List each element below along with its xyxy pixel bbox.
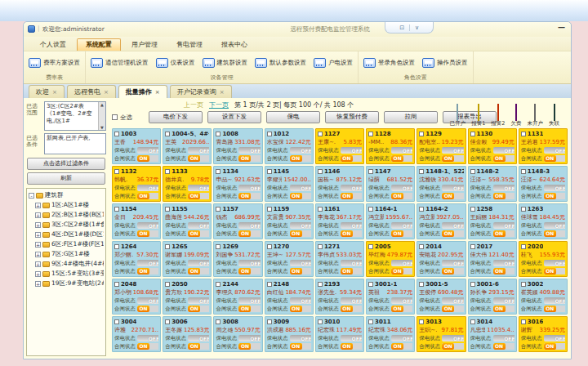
card-checkbox[interactable]: [470, 207, 475, 212]
select-all-checkbox[interactable]: [112, 114, 118, 120]
switch-toggle[interactable]: ON: [137, 230, 158, 237]
document-tab[interactable]: 欢迎×: [29, 85, 65, 99]
meter-card[interactable]: 1265谢军娜199.09元保电状态OFF合闸状态ON: [163, 241, 212, 277]
protect-toggle[interactable]: OFF: [442, 335, 463, 341]
protect-toggle[interactable]: OFF: [290, 335, 311, 341]
protect-toggle[interactable]: OFF: [238, 185, 260, 191]
switch-toggle[interactable]: ON: [391, 306, 412, 312]
protect-toggle[interactable]: OFF: [188, 260, 209, 266]
action-button[interactable]: 保电: [266, 111, 320, 123]
protect-toggle[interactable]: OFF: [290, 185, 311, 191]
meter-card[interactable]: 1264郑少丽.57.30元保电状态OFF合闸状态ON: [112, 241, 161, 277]
ribbon-button[interactable]: 登录角色设置: [363, 58, 415, 68]
card-checkbox[interactable]: [521, 244, 526, 249]
switch-toggle[interactable]: ON: [290, 155, 311, 162]
protect-toggle[interactable]: OFF: [442, 222, 463, 229]
card-checkbox[interactable]: [470, 132, 475, 136]
card-checkbox[interactable]: [114, 282, 119, 287]
switch-toggle[interactable]: ON: [442, 343, 463, 350]
switch-toggle[interactable]: ON: [442, 230, 463, 237]
meter-card[interactable]: 1003王香148.94元保电状态OFF合闸状态ON: [112, 128, 161, 164]
card-checkbox[interactable]: [216, 169, 220, 174]
switch-toggle[interactable]: ON: [341, 193, 362, 199]
meter-card[interactable]: 1134申品~.921.63元保电状态OFF合闸状态ON: [213, 166, 262, 202]
meter-card[interactable]: 1263佳球雪.184.45元保电状态OFF合闸状态ON: [519, 203, 568, 239]
collapse-icon[interactable]: -: [29, 193, 34, 199]
card-checkbox[interactable]: [318, 282, 323, 287]
protect-toggle[interactable]: OFF: [341, 335, 362, 341]
card-checkbox[interactable]: [419, 132, 424, 136]
meter-card[interactable]: 2014安艳花202.95元保电状态OFF合闸状态ON: [416, 241, 466, 277]
switch-toggle[interactable]: ON: [238, 193, 260, 199]
card-checkbox[interactable]: [267, 132, 272, 136]
card-checkbox[interactable]: [114, 132, 119, 136]
protect-toggle[interactable]: OFF: [290, 260, 311, 266]
protect-toggle[interactable]: OFF: [341, 185, 362, 191]
card-checkbox[interactable]: [368, 132, 373, 136]
switch-toggle[interactable]: ON: [391, 193, 412, 199]
ribbon-button[interactable]: 通信管理机设置: [91, 58, 149, 68]
card-checkbox[interactable]: [216, 282, 220, 287]
switch-toggle[interactable]: ON: [442, 306, 463, 312]
expand-icon[interactable]: +: [35, 203, 41, 208]
meter-card[interactable]: 1148-1、522沈雅铁330.41元保电状态OFF合闸状态ON: [416, 166, 466, 202]
protect-toggle[interactable]: OFF: [188, 147, 209, 154]
card-checkbox[interactable]: [368, 282, 373, 287]
meter-card[interactable]: 3010纪宏珠.117.49元保电状态OFF合闸状态ON: [315, 316, 364, 352]
expand-icon[interactable]: +: [35, 222, 41, 228]
meter-card[interactable]: 1004-5、4#一王英2029.66..保电状态OFF合闸状态ON: [163, 128, 212, 164]
protect-toggle[interactable]: OFF: [391, 335, 412, 341]
protect-toggle[interactable]: OFF: [493, 260, 514, 266]
ribbon-button[interactable]: 操作员设置: [422, 58, 468, 68]
protect-toggle[interactable]: OFF: [493, 147, 514, 154]
switch-toggle[interactable]: ON: [391, 155, 412, 162]
action-button[interactable]: 拉闸: [384, 111, 438, 123]
meter-card[interactable]: 1128-MM..88.36元保电状态OFF合闸状态ON: [366, 128, 415, 164]
switch-toggle[interactable]: ON: [188, 193, 209, 199]
protect-toggle[interactable]: OFF: [341, 297, 362, 304]
switch-toggle[interactable]: ON: [544, 230, 565, 237]
protect-toggle[interactable]: OFF: [290, 147, 311, 154]
switch-toggle[interactable]: ON: [341, 230, 362, 237]
switch-toggle[interactable]: ON: [290, 268, 311, 274]
expand-icon[interactable]: +: [35, 242, 41, 248]
switch-toggle[interactable]: ON: [188, 306, 209, 312]
switch-toggle[interactable]: ON: [544, 268, 565, 274]
protect-toggle[interactable]: OFF: [442, 297, 463, 304]
document-tab[interactable]: 批量操作×: [118, 85, 167, 99]
card-checkbox[interactable]: [419, 244, 424, 249]
ribbon-button[interactable]: 建筑群设置: [203, 58, 248, 68]
meter-card[interactable]: 2020桂飞155.93元保电状态OFF合闸状态ON: [519, 241, 568, 277]
switch-toggle[interactable]: ON: [493, 343, 514, 350]
protect-toggle[interactable]: OFF: [137, 297, 158, 304]
ribbon-tab[interactable]: 售电管理: [168, 39, 211, 51]
meter-card[interactable]: 1148-3汪泽~.624.64元保电状态OFF合闸状态ON: [519, 166, 568, 202]
meter-card[interactable]: 3008周之雄550.97元保电状态OFF合闸状态ON: [213, 316, 262, 352]
meter-card[interactable]: 2048郑小明108.68元保电状态OFF合闸状态ON: [112, 279, 161, 315]
select-all[interactable]: 全选: [112, 114, 132, 122]
switch-toggle[interactable]: ON: [442, 268, 463, 274]
switch-toggle[interactable]: ON: [493, 268, 514, 274]
meter-card[interactable]: 2005毕红梅479.87元保电状态OFF合闸状态ON: [366, 241, 415, 277]
minimize-button[interactable]: —: [558, 23, 565, 31]
switch-toggle[interactable]: ON: [238, 155, 260, 162]
protect-toggle[interactable]: OFF: [137, 222, 158, 229]
expand-icon[interactable]: +: [35, 252, 41, 257]
protect-toggle[interactable]: OFF: [493, 185, 514, 191]
card-checkbox[interactable]: [368, 207, 373, 212]
tree-item[interactable]: +3区:C区2#楼(1#食堂: [29, 220, 104, 230]
switch-toggle[interactable]: ON: [544, 306, 565, 312]
switch-toggle[interactable]: ON: [341, 155, 362, 162]
protect-toggle[interactable]: OFF: [442, 260, 463, 266]
meter-card[interactable]: 1012水宝保..122.42元保电状态OFF合闸状态ON: [265, 128, 314, 164]
meter-card[interactable]: 2017佳大伟121.40元保电状态OFF合闸状态ON: [468, 241, 517, 277]
card-checkbox[interactable]: [165, 169, 170, 174]
card-checkbox[interactable]: [470, 319, 475, 324]
meter-card[interactable]: 2050贵方欣190.22元保电状态OFF合闸状态ON: [163, 279, 212, 315]
card-checkbox[interactable]: [470, 282, 475, 287]
card-checkbox[interactable]: [267, 319, 272, 324]
protect-toggle[interactable]: OFF: [341, 260, 362, 266]
switch-toggle[interactable]: ON: [290, 343, 311, 350]
protect-toggle[interactable]: OFF: [188, 222, 209, 229]
card-checkbox[interactable]: [521, 207, 526, 212]
